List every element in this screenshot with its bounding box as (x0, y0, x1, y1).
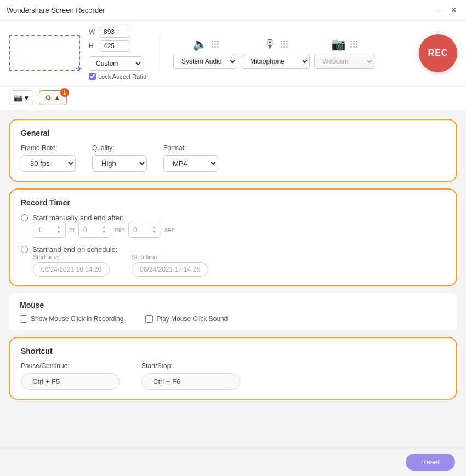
mouse-section: Mouse Show Mouse Click in Recording Play… (9, 293, 457, 330)
mouse-title: Mouse (20, 301, 446, 309)
general-section: General Frame Rate: 15 fps 20 fps 30 fps… (9, 119, 457, 182)
timer-radio-1[interactable] (21, 214, 28, 221)
format-dropdown[interactable]: MP4 MOV AVI GIF (163, 155, 218, 172)
hr-spinner[interactable]: ▲▼ (56, 225, 61, 234)
stop-time-field: Stop time: 06/24/2021 17:14:26 (132, 254, 208, 277)
main-content: General Frame Rate: 15 fps 20 fps 30 fps… (0, 110, 466, 448)
lock-aspect-row: Lock Aspect Ratio (89, 73, 146, 80)
timer-option2-row: Start and end on schedule: (21, 245, 445, 254)
notification-badge: 1 (60, 88, 69, 97)
webcam-icon-row: 📷 (331, 37, 357, 51)
record-timer-section: Record Timer Start manually and end afte… (9, 188, 457, 286)
system-audio-dropdown[interactable]: System Audio No Audio (173, 54, 237, 69)
stop-time-label: Stop time: (132, 254, 208, 260)
top-bar: ✛ W H Custom Full Screen 1920×1080 Lock … (0, 20, 466, 86)
show-mouse-click-label: Show Mouse Click in Recording (31, 315, 123, 323)
webcam-dropdown[interactable]: Webcam No Webcam (314, 54, 374, 69)
startstop-shortcut-label: Start/Stop: (141, 362, 240, 370)
mic-icon-row: 🎙 (264, 37, 288, 51)
startstop-shortcut-value[interactable]: Ctrl + F6 (141, 373, 240, 390)
microphone-icon: 🎙 (264, 37, 276, 51)
screenshot-icon: 📷 (14, 94, 22, 102)
screenshot-toolbar-button[interactable]: 📷 ▾ (9, 90, 33, 105)
arrow-up-icon: ▲ (54, 94, 61, 102)
framerate-dropdown[interactable]: 15 fps 20 fps 30 fps 60 fps (21, 155, 76, 172)
min-unit: min (115, 226, 125, 234)
pause-shortcut-label: Pause/Continue: (21, 362, 120, 370)
mic-dots (281, 41, 288, 48)
pause-shortcut-field: Pause/Continue: Ctrl + F5 (21, 362, 120, 390)
show-mouse-click-checkbox[interactable] (20, 315, 27, 323)
reset-button[interactable]: Reset (406, 454, 455, 471)
timer-option2-group: Start and end on schedule: Start time: 0… (21, 245, 445, 277)
framerate-label: Frame Rate: (21, 144, 76, 152)
format-field: Format: MP4 MOV AVI GIF (163, 144, 218, 172)
play-mouse-sound-checkbox[interactable] (145, 315, 153, 323)
stop-time-value[interactable]: 06/24/2021 17:14:26 (132, 262, 208, 277)
sec-unit: sec (164, 226, 175, 234)
system-audio-item: 🔈 System Audio No Audio (173, 37, 237, 69)
timer-option1-row: Start manually and end after: (21, 214, 445, 222)
mouse-click-option: Show Mouse Click in Recording (20, 315, 123, 323)
min-value: 0 (83, 226, 87, 234)
bottom-bar: Reset (0, 448, 466, 476)
mouse-options: Show Mouse Click in Recording Play Mouse… (20, 315, 446, 323)
height-label: H (89, 42, 96, 50)
min-spinner[interactable]: ▲▼ (102, 225, 106, 234)
webcam-dots (350, 41, 357, 48)
shortcut-section: Shortcut Pause/Continue: Ctrl + F5 Start… (9, 337, 457, 400)
timer-option1-label: Start manually and end after: (32, 214, 124, 222)
schedule-row: Start time: 06/24/2021 16:14:26 Stop tim… (33, 254, 445, 277)
preset-row: Custom Full Screen 1920×1080 (89, 56, 146, 71)
system-audio-icon-row: 🔈 (192, 37, 219, 51)
mouse-sound-option: Play Mouse Click Sound (145, 315, 228, 323)
hr-input-box: 1 ▲▼ (33, 222, 66, 238)
lock-aspect-checkbox[interactable] (89, 73, 96, 80)
play-mouse-sound-label: Play Mouse Click Sound (156, 315, 228, 323)
preset-dropdown[interactable]: Custom Full Screen 1920×1080 (89, 56, 143, 71)
shortcut-grid: Pause/Continue: Ctrl + F5 Start/Stop: Ct… (21, 362, 445, 390)
quality-dropdown[interactable]: Low Medium High (92, 155, 147, 172)
window-controls: − ✕ (433, 4, 459, 15)
sec-spinner[interactable]: ▲▼ (152, 225, 156, 234)
width-label: W (89, 28, 96, 36)
general-grid: Frame Rate: 15 fps 20 fps 30 fps 60 fps … (21, 144, 445, 172)
sec-input-box: 0 ▲▼ (128, 222, 161, 238)
time-inputs-row: 1 ▲▼ hr 0 ▲▼ min 0 (33, 222, 445, 238)
start-time-label: Start time: (33, 254, 110, 260)
height-row: H (89, 40, 146, 52)
hr-unit: hr (69, 226, 75, 234)
microphone-dropdown[interactable]: Microphone No Microphone (242, 54, 310, 69)
quality-field: Quality: Low Medium High (92, 144, 147, 172)
startstop-shortcut-field: Start/Stop: Ctrl + F6 (141, 362, 240, 390)
speaker-dots (212, 41, 219, 48)
min-input-box: 0 ▲▼ (78, 222, 111, 238)
height-input[interactable] (100, 40, 130, 52)
speaker-icon: 🔈 (192, 37, 207, 51)
start-time-value[interactable]: 06/24/2021 16:14:26 (33, 262, 110, 277)
record-timer-title: Record Timer (21, 198, 445, 207)
toolbar-bar: 📷 ▾ ⚙ ▲ 1 (0, 86, 466, 110)
webcam-icon: 📷 (331, 37, 346, 51)
title-bar: Wondershare Screen Recorder − ✕ (0, 0, 466, 20)
sec-value: 0 (133, 226, 137, 234)
shortcut-title: Shortcut (21, 347, 445, 355)
canvas-selector[interactable]: ✛ (9, 35, 80, 71)
settings-toolbar-button[interactable]: ⚙ ▲ 1 (39, 90, 67, 105)
width-input[interactable] (100, 26, 130, 38)
record-timer-content: Start manually and end after: 1 ▲▼ hr 0 … (21, 214, 445, 277)
settings-icon: ⚙ (45, 94, 52, 102)
vertical-divider-1 (160, 37, 160, 70)
microphone-item: 🎙 Microphone No Microphone (242, 37, 310, 69)
close-button[interactable]: ✕ (448, 4, 459, 15)
dropdown-arrow-1: ▾ (25, 94, 29, 102)
timer-radio-2[interactable] (21, 246, 28, 253)
minimize-button[interactable]: − (433, 4, 444, 15)
timer-option1-group: Start manually and end after: 1 ▲▼ hr 0 … (21, 214, 445, 238)
general-title: General (21, 129, 445, 137)
quality-label: Quality: (92, 144, 147, 152)
timer-option2-label: Start and end on schedule: (32, 245, 117, 254)
rec-button[interactable]: REC (419, 34, 457, 72)
pause-shortcut-value[interactable]: Ctrl + F5 (21, 373, 120, 390)
webcam-item: 📷 Webcam No Webcam (314, 37, 374, 69)
